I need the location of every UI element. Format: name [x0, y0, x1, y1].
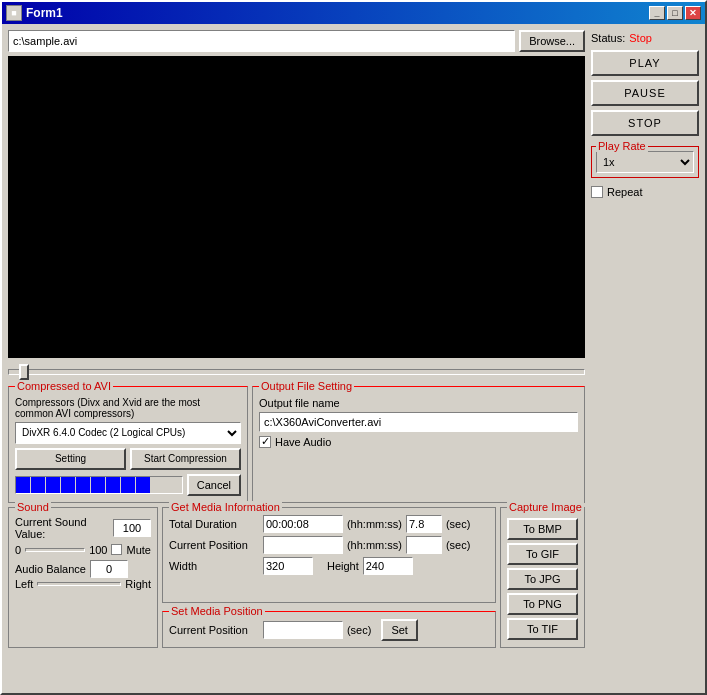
duration-sec-label: (sec): [446, 518, 470, 530]
progress-block-6: [91, 477, 105, 493]
have-audio-label: Have Audio: [275, 436, 331, 448]
position-hhmmss-label: (hh:mm:ss): [347, 539, 402, 551]
output-filename-input[interactable]: [259, 412, 578, 432]
to-gif-button[interactable]: To GIF: [507, 543, 578, 565]
maximize-button[interactable]: □: [667, 6, 683, 20]
play-rate-group: Play Rate 1x: [591, 146, 699, 178]
progress-block-1: [16, 477, 30, 493]
sound-slider[interactable]: [25, 548, 85, 552]
capture-buttons: To BMP To GIF To JPG To PNG To TIF: [507, 518, 578, 643]
progress-block-4: [61, 477, 75, 493]
progress-block-8: [121, 477, 135, 493]
height-label: Height: [327, 560, 359, 572]
repeat-label: Repeat: [607, 186, 642, 198]
content-area: Browse... Compressed to AVI Compressors …: [2, 24, 705, 693]
set-position-input[interactable]: [263, 621, 343, 639]
compress-buttons: Setting Start Compression: [15, 448, 241, 470]
sound-min-label: 0: [15, 544, 21, 556]
minimize-button[interactable]: _: [649, 6, 665, 20]
video-preview: [8, 56, 585, 358]
window-icon: ■: [6, 5, 22, 21]
position-sec-input[interactable]: [406, 536, 442, 554]
position-sec-label: (sec): [446, 539, 470, 551]
set-button[interactable]: Set: [381, 619, 418, 641]
stop-button[interactable]: STOP: [591, 110, 699, 136]
setting-button[interactable]: Setting: [15, 448, 126, 470]
repeat-row: Repeat: [591, 186, 699, 198]
set-position-label: Current Position: [169, 624, 259, 636]
to-tif-button[interactable]: To TIF: [507, 618, 578, 640]
progress-block-5: [76, 477, 90, 493]
repeat-checkbox[interactable]: [591, 186, 603, 198]
browse-button[interactable]: Browse...: [519, 30, 585, 52]
right-label: Right: [125, 578, 151, 590]
play-rate-label: Play Rate: [596, 140, 648, 152]
duration-input[interactable]: [263, 515, 343, 533]
media-info-section: Get Media Information Total Duration (hh…: [162, 507, 496, 603]
mute-checkbox[interactable]: [111, 544, 122, 555]
position-label: Current Position: [169, 539, 259, 551]
progress-area: Cancel: [15, 474, 241, 496]
balance-label: Audio Balance: [15, 563, 86, 575]
play-rate-select[interactable]: 1x: [596, 151, 694, 173]
have-audio-checkbox[interactable]: ✓: [259, 436, 271, 448]
main-window: ■ Form1 _ □ ✕ Browse...: [0, 0, 707, 695]
play-button[interactable]: PLAY: [591, 50, 699, 76]
balance-row: Audio Balance: [15, 560, 151, 578]
status-row: Status: Stop: [591, 32, 699, 44]
status-value: Stop: [629, 32, 652, 44]
output-section: Output File Setting Output file name ✓ H…: [252, 386, 585, 503]
sound-value-input[interactable]: [113, 519, 151, 537]
dimensions-row: Width Height: [169, 557, 489, 575]
set-position-unit: (sec): [347, 624, 371, 636]
balance-input[interactable]: [90, 560, 128, 578]
seek-thumb[interactable]: [19, 364, 29, 380]
to-jpg-button[interactable]: To JPG: [507, 568, 578, 590]
position-row: Current Position (hh:mm:ss) (sec): [169, 536, 489, 554]
file-path-input[interactable]: [8, 30, 515, 52]
seek-track[interactable]: [8, 369, 585, 375]
duration-hhmmss-label: (hh:mm:ss): [347, 518, 402, 530]
seek-bar[interactable]: [8, 362, 585, 382]
title-bar-left: ■ Form1: [6, 5, 63, 21]
set-position-row: Current Position (sec) Set: [169, 619, 489, 641]
window-title: Form1: [26, 6, 63, 20]
status-label: Status:: [591, 32, 625, 44]
duration-row: Total Duration (hh:mm:ss) (sec): [169, 515, 489, 533]
pause-button[interactable]: PAUSE: [591, 80, 699, 106]
sound-section-label: Sound: [15, 501, 51, 513]
output-name-label: Output file name: [259, 397, 578, 409]
cancel-button[interactable]: Cancel: [187, 474, 241, 496]
progress-block-9: [136, 477, 150, 493]
mute-label: Mute: [126, 544, 150, 556]
height-input[interactable]: [363, 557, 413, 575]
to-png-button[interactable]: To PNG: [507, 593, 578, 615]
duration-sec-input[interactable]: [406, 515, 442, 533]
progress-block-7: [106, 477, 120, 493]
to-bmp-button[interactable]: To BMP: [507, 518, 578, 540]
balance-slider[interactable]: [37, 582, 121, 586]
close-button[interactable]: ✕: [685, 6, 701, 20]
right-panel: Status: Stop PLAY PAUSE STOP Play Rate 1…: [591, 30, 699, 687]
sound-slider-row: 0 100 Mute: [15, 544, 151, 556]
position-input[interactable]: [263, 536, 343, 554]
output-section-label: Output File Setting: [259, 380, 354, 392]
compress-section: Compressed to AVI Compressors (Divx and …: [8, 386, 248, 503]
progress-bar: [15, 476, 183, 494]
set-media-label: Set Media Position: [169, 605, 265, 617]
width-label: Width: [169, 560, 259, 572]
title-buttons: _ □ ✕: [649, 6, 701, 20]
lr-row: Left Right: [15, 578, 151, 590]
codec-select[interactable]: DivXR 6.4.0 Codec (2 Logical CPUs): [15, 422, 241, 444]
set-media-section: Set Media Position Current Position (sec…: [162, 611, 496, 648]
media-info-label: Get Media Information: [169, 501, 282, 513]
compress-desc: Compressors (Divx and Xvid are the most …: [15, 397, 241, 419]
width-input[interactable]: [263, 557, 313, 575]
sound-value-row: Current Sound Value:: [15, 516, 151, 540]
progress-block-3: [46, 477, 60, 493]
start-compression-button[interactable]: Start Compression: [130, 448, 241, 470]
file-row: Browse...: [8, 30, 585, 52]
capture-section-label: Capture Image: [507, 501, 584, 513]
sound-max-label: 100: [89, 544, 107, 556]
left-label: Left: [15, 578, 33, 590]
